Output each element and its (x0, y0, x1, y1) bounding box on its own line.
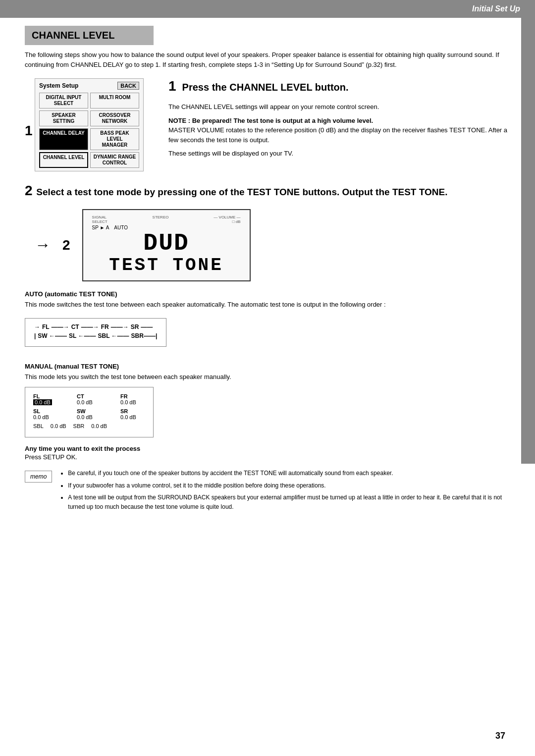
ct-value: 0.0 dB (77, 399, 93, 405)
ss-bass-peak: BASS PEAK LEVELMANAGER (90, 128, 139, 150)
ss-dynamic-range: DYNAMIC RANGECONTROL (90, 152, 139, 168)
ss-crossover: CROSSOVERNETWORK (90, 110, 139, 126)
sbr-value: 0.0 dB (91, 423, 107, 429)
memo-section: memo Be careful, if you touch one of the… (25, 469, 510, 514)
auto-section: AUTO (automatic TEST TONE) This mode swi… (25, 290, 510, 356)
step2-num-badge: 2 (62, 237, 70, 253)
manual-section: MANUAL (manual TEST TONE) This mode lets… (25, 363, 510, 437)
step1-num-display: 1 (168, 78, 176, 94)
sbr-label: SBR (73, 423, 85, 429)
memo-bullet-1: Be careful, if you touch one of the spea… (68, 469, 510, 478)
step1-row: 1 System Setup BACK DIGITAL INPUTSELECT … (25, 78, 510, 171)
memo-bullets: Be careful, if you touch one of the spea… (60, 469, 510, 514)
header-title: Initial Set Up (472, 4, 520, 13)
step2-arrow: → (35, 236, 51, 254)
step1-note-bold: NOTE : Be prepared! The test tone is out… (168, 116, 510, 126)
ss-multi-room: MULTI ROOM (90, 93, 139, 108)
sw-label: SW (77, 408, 86, 414)
sr-label: SR (120, 408, 128, 414)
sf-sr: SR (131, 324, 139, 330)
step1-number: 1 (25, 123, 33, 139)
sf-sl: SL ←—— (69, 332, 96, 339)
exit-bold: Any time you want to exit the process (25, 445, 140, 452)
sbl-value: 0.0 dB (51, 423, 66, 429)
step2-num: 2 (25, 183, 36, 198)
stereo-label: STEREO (153, 215, 169, 224)
sf-fl: FL (42, 324, 50, 330)
volume-area: — VOLUME —□ dB (214, 215, 240, 224)
sr-value: 0.0 dB (120, 414, 136, 420)
right-accent-bar (521, 18, 535, 464)
exit-body: Press SETUP OK. (25, 452, 510, 462)
ss-speaker-setting: SPEAKERSETTING (39, 110, 88, 126)
step1-heading: Press the CHANNEL LEVEL button. (182, 82, 349, 93)
fr-value: 0.0 dB (120, 399, 136, 405)
signal-select-label: SIGNALSELECT (92, 215, 107, 224)
step2-heading-text: Select a test tone mode by pressing one … (36, 187, 447, 197)
step1-left: 1 System Setup BACK DIGITAL INPUTSELECT … (25, 78, 154, 171)
level-sr: SR 0.0 dB (120, 408, 150, 420)
level-sl: SL 0.0 dB (33, 408, 63, 420)
level-ct: CT 0.0 dB (77, 393, 107, 405)
sf-arrow3: ——→ (111, 324, 129, 330)
level-sw: SW 0.0 dB (77, 408, 107, 420)
sf-sbl: SBL ←—— (98, 332, 129, 339)
intro-text: The following steps show you how to bala… (25, 50, 500, 69)
signal-flow-diagram: → FL ——→ CT ——→ FR ——→ SR —— | SW ←—— SL… (25, 318, 166, 347)
tone-display-wrapper: → 2 SIGNALSELECT STEREO — VOLUME —□ dB S… (35, 209, 510, 281)
tone-display-label: TEST TONE (92, 255, 241, 275)
manual-body: This mode lets you switch the test tone … (25, 372, 510, 382)
sf-line-end: —— (141, 324, 153, 330)
system-setup-title: System Setup (39, 82, 78, 89)
manual-title: MANUAL (manual TEST TONE) (25, 363, 510, 370)
sf-sbr: SBR——| (131, 332, 158, 339)
exit-section: Any time you want to exit the process Pr… (25, 444, 510, 462)
auto-body: This mode switches the test tone between… (25, 300, 510, 310)
back-button-label: BACK (117, 82, 139, 90)
level-row-3: SBL 0.0 dB SBR 0.0 dB (33, 423, 145, 429)
sp-a-label: SP ► A (92, 225, 109, 230)
system-setup-header: System Setup BACK (39, 82, 139, 90)
tone-display-main: DUD (92, 231, 241, 255)
fr-label: FR (120, 393, 128, 399)
fl-label: FL (33, 393, 40, 399)
sf-border-left: | (34, 332, 36, 339)
signal-row-2: | SW ←—— SL ←—— SBL ←—— SBR——| (34, 332, 157, 339)
level-fl: FL 0.0 dB (33, 393, 63, 405)
level-table: FL 0.0 dB CT 0.0 dB FR 0.0 dB SL 0.0 dB (25, 387, 154, 437)
memo-icon: memo (25, 471, 52, 483)
header-bar: Initial Set Up (0, 0, 535, 18)
sf-ct: CT (71, 324, 79, 330)
tone-display-top: SIGNALSELECT STEREO — VOLUME —□ dB (92, 215, 241, 224)
fl-value: 0.0 dB (33, 399, 52, 405)
auto-title: AUTO (automatic TEST TONE) (25, 290, 510, 298)
sf-arrow2: ——→ (81, 324, 99, 330)
sl-value: 0.0 dB (33, 414, 49, 420)
memo-bullet-2: If your subwoofer has a volume control, … (68, 481, 510, 490)
sl-label: SL (33, 408, 40, 414)
step1-right: 1 Press the CHANNEL LEVEL button. The CH… (168, 78, 510, 171)
step1-body1: The CHANNEL LEVEL settings will appear o… (168, 102, 510, 112)
ss-channel-level: CHANNEL LEVEL (39, 152, 88, 168)
tone-display: SIGNALSELECT STEREO — VOLUME —□ dB SP ► … (82, 209, 251, 281)
sw-value: 0.0 dB (77, 414, 93, 420)
step2-heading: 2 Select a test tone mode by pressing on… (25, 181, 510, 200)
sbl-label: SBL (33, 423, 44, 429)
chapter-title: CHANNEL LEVEL (25, 26, 154, 45)
system-setup-box: System Setup BACK DIGITAL INPUTSELECT MU… (35, 78, 144, 171)
sf-fr: FR (101, 324, 109, 330)
step1-body2: MASTER VOLUME rotates to the reference p… (168, 125, 510, 145)
memo-bullet-3: A test tone will be output from the SURR… (68, 493, 510, 511)
ss-channel-delay: CHANNEL DELAY (39, 128, 88, 150)
sf-arrow1: ——→ (52, 324, 69, 330)
page-number: 37 (495, 731, 505, 741)
sf-arrow-start: → (34, 324, 40, 330)
level-row-2: SL 0.0 dB SW 0.0 dB SR 0.0 dB (33, 408, 145, 420)
level-fr: FR 0.0 dB (120, 393, 150, 405)
level-row-1: FL 0.0 dB CT 0.0 dB FR 0.0 dB (33, 393, 145, 405)
ct-label: CT (77, 393, 84, 399)
system-setup-grid: DIGITAL INPUTSELECT MULTI ROOM SPEAKERSE… (39, 93, 139, 168)
auto-label: AUTO (114, 225, 128, 230)
signal-row-1: → FL ——→ CT ——→ FR ——→ SR —— (34, 324, 157, 330)
step1-body3: These settings will be displayed on your… (168, 149, 510, 159)
